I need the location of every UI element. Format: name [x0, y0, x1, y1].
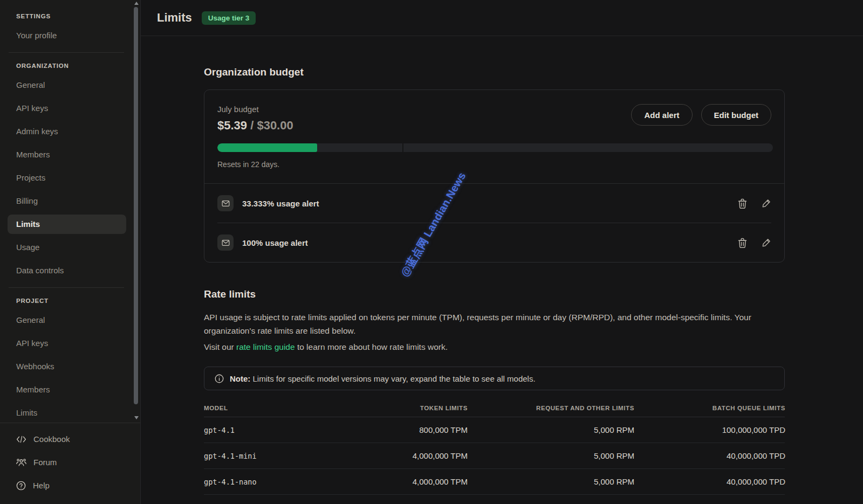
sidebar-divider	[9, 52, 124, 53]
budget-total: $30.00	[257, 119, 293, 132]
organization-budget-heading: Organization budget	[204, 66, 785, 78]
sidebar-item-org-general[interactable]: General	[0, 73, 133, 96]
pencil-icon	[762, 238, 771, 247]
footer-item-cookbook[interactable]: Cookbook	[0, 427, 140, 451]
alert-actions	[738, 198, 771, 209]
batch-limit-cell: 40,000,000 TPD	[634, 477, 785, 486]
budget-card: July budget $5.39 / $30.00 Resets in 22 …	[204, 89, 785, 263]
sidebar-item-usage[interactable]: Usage	[0, 236, 133, 259]
token-limit-cell: 4,000,000 TPM	[355, 477, 468, 486]
rate-limits-heading: Rate limits	[204, 288, 785, 300]
sidebar-item-webhooks[interactable]: Webhooks	[0, 355, 133, 378]
edit-alert-button[interactable]	[762, 238, 771, 248]
main-panel: Limits Usage tier 3 Organization budget …	[140, 0, 863, 504]
scrollbar-down-arrow[interactable]	[134, 416, 139, 419]
sidebar-nav: SETTINGS Your profile ORGANIZATION Gener…	[0, 0, 133, 423]
budget-separator: /	[247, 119, 257, 132]
note-text: Note: Limits for specific model versions…	[230, 374, 536, 383]
sidebar-item-proj-members[interactable]: Members	[0, 378, 133, 401]
table-row[interactable]: gpt-4.1-nano 4,000,000 TPM 5,000 RPM 40,…	[204, 469, 785, 495]
budget-progress-fill	[217, 143, 317, 152]
column-header-request-limits: REQUEST AND OTHER LIMITS	[468, 405, 634, 411]
edit-budget-button[interactable]: Edit budget	[701, 104, 772, 126]
sidebar-item-proj-api-keys[interactable]: API keys	[0, 332, 133, 355]
usage-alert-row: 100% usage alert	[204, 223, 784, 262]
add-alert-button[interactable]: Add alert	[631, 104, 692, 126]
budget-resets-note: Resets in 22 days.	[217, 160, 771, 169]
table-row[interactable]: gpt-4.1-mini 4,000,000 TPM 5,000 RPM 40,…	[204, 443, 785, 469]
column-header-token-limits: TOKEN LIMITS	[355, 405, 468, 411]
sidebar-divider	[9, 287, 124, 288]
sidebar-section-organization: ORGANIZATION	[0, 58, 133, 73]
model-name-cell: gpt-4.1	[204, 426, 355, 434]
sidebar: SETTINGS Your profile ORGANIZATION Gener…	[0, 0, 140, 504]
scrollbar-thumb[interactable]	[134, 7, 138, 404]
pencil-icon	[762, 198, 771, 208]
model-name-cell: gpt-4.1-mini	[204, 452, 355, 460]
column-header-batch-limits: BATCH QUEUE LIMITS	[634, 405, 785, 411]
note-banner: Note: Limits for specific model versions…	[204, 367, 785, 390]
budget-body: July budget $5.39 / $30.00 Resets in 22 …	[204, 90, 784, 183]
sidebar-scrollbar[interactable]	[133, 0, 140, 423]
sidebar-item-proj-limits[interactable]: Limits	[0, 401, 133, 423]
alert-actions	[738, 238, 771, 248]
token-limit-cell: 4,000,000 TPM	[355, 451, 468, 460]
trash-icon	[738, 238, 747, 248]
active-item-highlight: Limits	[8, 215, 126, 234]
usage-alert-row: 33.333% usage alert	[204, 184, 784, 223]
delete-alert-button[interactable]	[738, 198, 747, 209]
sidebar-section-settings: SETTINGS	[0, 9, 133, 24]
envelope-icon	[222, 200, 230, 207]
code-icon	[16, 436, 26, 443]
batch-limit-cell: 100,000,000 TPD	[634, 425, 785, 434]
delete-alert-button[interactable]	[738, 238, 747, 248]
model-name-cell: gpt-4.1-nano	[204, 478, 355, 486]
rate-limits-description: API usage is subject to rate limits appl…	[204, 310, 785, 337]
info-icon	[215, 374, 224, 383]
alert-label: 33.333% usage alert	[242, 199, 319, 208]
main-content: Organization budget July budget $5.39 / …	[141, 66, 863, 495]
sidebar-item-data-controls[interactable]: Data controls	[0, 259, 133, 282]
budget-buttons: Add alert Edit budget	[631, 104, 771, 126]
rate-limits-table: MODEL TOKEN LIMITS REQUEST AND OTHER LIM…	[204, 399, 785, 495]
request-limit-cell: 5,000 RPM	[468, 425, 634, 434]
sidebar-item-org-api-keys[interactable]: API keys	[0, 96, 133, 120]
table-header-row: MODEL TOKEN LIMITS REQUEST AND OTHER LIM…	[204, 399, 785, 417]
page-title: Limits	[157, 11, 192, 25]
trash-icon	[738, 198, 747, 209]
rate-limits-guide-link[interactable]: rate limits guide	[236, 342, 295, 351]
sidebar-item-billing[interactable]: Billing	[0, 189, 133, 212]
rate-limits-guide-line: Visit our rate limits guide to learn mor…	[204, 342, 785, 352]
sidebar-item-proj-general[interactable]: General	[0, 308, 133, 332]
column-header-model: MODEL	[204, 405, 355, 411]
people-icon	[16, 458, 26, 466]
usage-tier-badge: Usage tier 3	[202, 11, 256, 25]
alert-threshold-marker	[402, 143, 403, 152]
edit-alert-button[interactable]	[762, 198, 771, 209]
request-limit-cell: 5,000 RPM	[468, 451, 634, 460]
alert-label: 100% usage alert	[242, 238, 308, 247]
sidebar-item-org-limits-active[interactable]: Limits	[0, 212, 133, 236]
envelope-icon	[222, 239, 230, 246]
sidebar-footer: Cookbook Forum Help	[0, 423, 140, 504]
page-header: Limits Usage tier 3	[141, 0, 863, 36]
footer-item-help[interactable]: Help	[0, 474, 140, 497]
scrollbar-up-arrow[interactable]	[134, 2, 139, 5]
note-label: Note:	[230, 374, 250, 383]
alert-icon-chip	[217, 234, 234, 251]
budget-used: $5.39	[217, 119, 247, 132]
help-icon	[16, 481, 26, 491]
sidebar-section-project: PROJECT	[0, 293, 133, 308]
budget-progress-bar	[217, 143, 773, 152]
sidebar-item-admin-keys[interactable]: Admin keys	[0, 120, 133, 143]
footer-item-forum[interactable]: Forum	[0, 451, 140, 474]
table-row[interactable]: gpt-4.1 800,000 TPM 5,000 RPM 100,000,00…	[204, 417, 785, 443]
alert-icon-chip	[217, 195, 234, 211]
sidebar-item-org-members[interactable]: Members	[0, 143, 133, 166]
request-limit-cell: 5,000 RPM	[468, 477, 634, 486]
token-limit-cell: 800,000 TPM	[355, 425, 468, 434]
batch-limit-cell: 40,000,000 TPD	[634, 451, 785, 460]
sidebar-item-projects[interactable]: Projects	[0, 166, 133, 189]
sidebar-item-your-profile[interactable]: Your profile	[0, 24, 133, 47]
